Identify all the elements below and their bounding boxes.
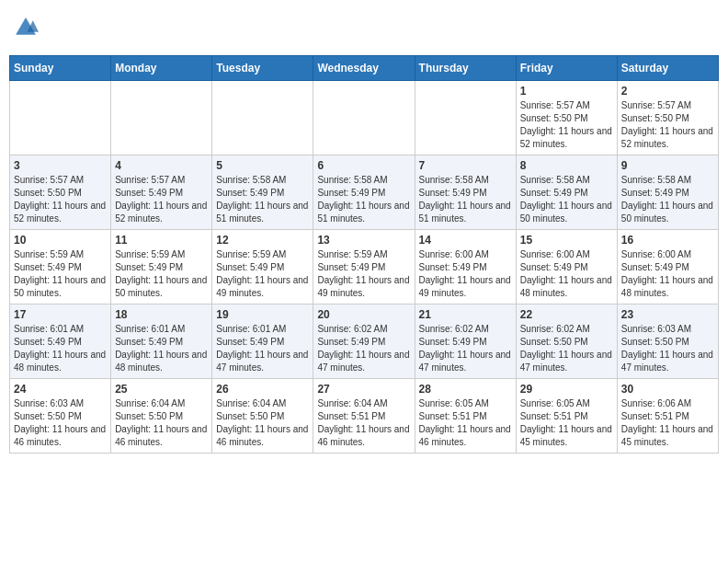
day-number: 15	[520, 234, 613, 247]
calendar-cell: 13Sunrise: 5:59 AM Sunset: 5:49 PM Dayli…	[313, 230, 415, 304]
calendar-cell	[212, 81, 313, 155]
logo	[13, 15, 40, 44]
day-number: 2	[621, 85, 714, 98]
calendar-header-thursday: Thursday	[415, 56, 516, 81]
calendar-cell: 28Sunrise: 6:05 AM Sunset: 5:51 PM Dayli…	[415, 379, 516, 454]
calendar-cell: 20Sunrise: 6:02 AM Sunset: 5:49 PM Dayli…	[313, 304, 415, 379]
calendar-header-sunday: Sunday	[10, 56, 111, 81]
day-info: Sunrise: 5:57 AM Sunset: 5:50 PM Dayligh…	[520, 99, 613, 151]
day-number: 17	[14, 308, 107, 321]
calendar-week-1: 1Sunrise: 5:57 AM Sunset: 5:50 PM Daylig…	[10, 81, 719, 155]
day-info: Sunrise: 6:05 AM Sunset: 5:51 PM Dayligh…	[419, 397, 512, 449]
day-number: 28	[419, 383, 512, 396]
calendar-cell: 26Sunrise: 6:04 AM Sunset: 5:50 PM Dayli…	[212, 379, 313, 454]
calendar-cell: 21Sunrise: 6:02 AM Sunset: 5:49 PM Dayli…	[415, 304, 516, 379]
calendar-cell	[10, 81, 111, 155]
calendar-week-2: 3Sunrise: 5:57 AM Sunset: 5:50 PM Daylig…	[10, 155, 719, 230]
calendar-cell: 12Sunrise: 5:59 AM Sunset: 5:49 PM Dayli…	[212, 230, 313, 304]
day-info: Sunrise: 5:59 AM Sunset: 5:49 PM Dayligh…	[115, 248, 208, 300]
day-info: Sunrise: 5:58 AM Sunset: 5:49 PM Dayligh…	[520, 174, 613, 225]
day-number: 18	[115, 308, 208, 321]
day-number: 8	[520, 159, 613, 172]
day-number: 11	[115, 234, 208, 247]
day-number: 14	[419, 234, 512, 247]
day-info: Sunrise: 5:58 AM Sunset: 5:49 PM Dayligh…	[317, 174, 410, 225]
calendar-cell: 17Sunrise: 6:01 AM Sunset: 5:49 PM Dayli…	[10, 304, 111, 379]
day-number: 13	[317, 234, 410, 247]
day-number: 7	[419, 159, 512, 172]
day-number: 1	[520, 85, 613, 98]
calendar-cell	[415, 81, 516, 155]
calendar-cell: 3Sunrise: 5:57 AM Sunset: 5:50 PM Daylig…	[10, 155, 111, 230]
day-number: 25	[115, 383, 208, 396]
logo-icon	[13, 15, 39, 40]
day-number: 10	[14, 234, 107, 247]
day-number: 6	[317, 159, 410, 172]
calendar-cell: 19Sunrise: 6:01 AM Sunset: 5:49 PM Dayli…	[212, 304, 313, 379]
day-info: Sunrise: 6:01 AM Sunset: 5:49 PM Dayligh…	[115, 323, 208, 374]
day-number: 21	[419, 308, 512, 321]
calendar-header-tuesday: Tuesday	[212, 56, 313, 81]
day-info: Sunrise: 6:02 AM Sunset: 5:49 PM Dayligh…	[317, 323, 410, 374]
calendar-cell: 27Sunrise: 6:04 AM Sunset: 5:51 PM Dayli…	[313, 379, 415, 454]
day-info: Sunrise: 5:57 AM Sunset: 5:50 PM Dayligh…	[621, 99, 714, 151]
day-number: 22	[520, 308, 613, 321]
calendar-header-wednesday: Wednesday	[313, 56, 415, 81]
calendar-cell: 25Sunrise: 6:04 AM Sunset: 5:50 PM Dayli…	[111, 379, 212, 454]
day-info: Sunrise: 5:58 AM Sunset: 5:49 PM Dayligh…	[419, 174, 512, 225]
day-number: 23	[621, 308, 714, 321]
calendar-cell: 24Sunrise: 6:03 AM Sunset: 5:50 PM Dayli…	[10, 379, 111, 454]
calendar-header-saturday: Saturday	[617, 56, 718, 81]
day-info: Sunrise: 6:00 AM Sunset: 5:49 PM Dayligh…	[520, 248, 613, 300]
calendar-cell: 18Sunrise: 6:01 AM Sunset: 5:49 PM Dayli…	[111, 304, 212, 379]
day-number: 9	[621, 159, 714, 172]
day-number: 20	[317, 308, 410, 321]
day-info: Sunrise: 6:03 AM Sunset: 5:50 PM Dayligh…	[14, 397, 107, 449]
day-info: Sunrise: 6:01 AM Sunset: 5:49 PM Dayligh…	[14, 323, 107, 374]
day-info: Sunrise: 6:05 AM Sunset: 5:51 PM Dayligh…	[520, 397, 613, 449]
calendar-cell: 8Sunrise: 5:58 AM Sunset: 5:49 PM Daylig…	[516, 155, 617, 230]
calendar-cell: 2Sunrise: 5:57 AM Sunset: 5:50 PM Daylig…	[617, 81, 718, 155]
day-number: 24	[14, 383, 107, 396]
day-info: Sunrise: 5:57 AM Sunset: 5:50 PM Dayligh…	[14, 174, 107, 225]
day-number: 26	[216, 383, 309, 396]
day-info: Sunrise: 5:58 AM Sunset: 5:49 PM Dayligh…	[216, 174, 309, 225]
calendar-cell: 29Sunrise: 6:05 AM Sunset: 5:51 PM Dayli…	[516, 379, 617, 454]
calendar-header-monday: Monday	[111, 56, 212, 81]
day-info: Sunrise: 6:00 AM Sunset: 5:49 PM Dayligh…	[419, 248, 512, 300]
calendar-week-3: 10Sunrise: 5:59 AM Sunset: 5:49 PM Dayli…	[10, 230, 719, 304]
calendar-cell: 22Sunrise: 6:02 AM Sunset: 5:50 PM Dayli…	[516, 304, 617, 379]
day-info: Sunrise: 6:02 AM Sunset: 5:50 PM Dayligh…	[520, 323, 613, 374]
calendar-cell	[313, 81, 415, 155]
calendar-cell: 30Sunrise: 6:06 AM Sunset: 5:51 PM Dayli…	[617, 379, 718, 454]
day-info: Sunrise: 5:59 AM Sunset: 5:49 PM Dayligh…	[216, 248, 309, 300]
calendar-cell: 15Sunrise: 6:00 AM Sunset: 5:49 PM Dayli…	[516, 230, 617, 304]
day-number: 12	[216, 234, 309, 247]
calendar-week-5: 24Sunrise: 6:03 AM Sunset: 5:50 PM Dayli…	[10, 379, 719, 454]
calendar-cell: 1Sunrise: 5:57 AM Sunset: 5:50 PM Daylig…	[516, 81, 617, 155]
page-header	[9, 9, 719, 50]
day-info: Sunrise: 6:04 AM Sunset: 5:50 PM Dayligh…	[115, 397, 208, 449]
day-number: 27	[317, 383, 410, 396]
calendar-cell: 23Sunrise: 6:03 AM Sunset: 5:50 PM Dayli…	[617, 304, 718, 379]
calendar-cell: 11Sunrise: 5:59 AM Sunset: 5:49 PM Dayli…	[111, 230, 212, 304]
calendar-cell: 9Sunrise: 5:58 AM Sunset: 5:49 PM Daylig…	[617, 155, 718, 230]
day-number: 16	[621, 234, 714, 247]
day-info: Sunrise: 6:04 AM Sunset: 5:51 PM Dayligh…	[317, 397, 410, 449]
day-info: Sunrise: 6:04 AM Sunset: 5:50 PM Dayligh…	[216, 397, 309, 449]
calendar-week-4: 17Sunrise: 6:01 AM Sunset: 5:49 PM Dayli…	[10, 304, 719, 379]
day-number: 29	[520, 383, 613, 396]
calendar-cell	[111, 81, 212, 155]
calendar-cell: 5Sunrise: 5:58 AM Sunset: 5:49 PM Daylig…	[212, 155, 313, 230]
day-info: Sunrise: 5:59 AM Sunset: 5:49 PM Dayligh…	[317, 248, 410, 300]
calendar-cell: 10Sunrise: 5:59 AM Sunset: 5:49 PM Dayli…	[10, 230, 111, 304]
day-number: 4	[115, 159, 208, 172]
day-number: 5	[216, 159, 309, 172]
day-number: 30	[621, 383, 714, 396]
day-info: Sunrise: 5:57 AM Sunset: 5:49 PM Dayligh…	[115, 174, 208, 225]
day-info: Sunrise: 6:03 AM Sunset: 5:50 PM Dayligh…	[621, 323, 714, 374]
calendar-cell: 7Sunrise: 5:58 AM Sunset: 5:49 PM Daylig…	[415, 155, 516, 230]
day-info: Sunrise: 6:06 AM Sunset: 5:51 PM Dayligh…	[621, 397, 714, 449]
calendar-header-friday: Friday	[516, 56, 617, 81]
day-info: Sunrise: 5:58 AM Sunset: 5:49 PM Dayligh…	[621, 174, 714, 225]
